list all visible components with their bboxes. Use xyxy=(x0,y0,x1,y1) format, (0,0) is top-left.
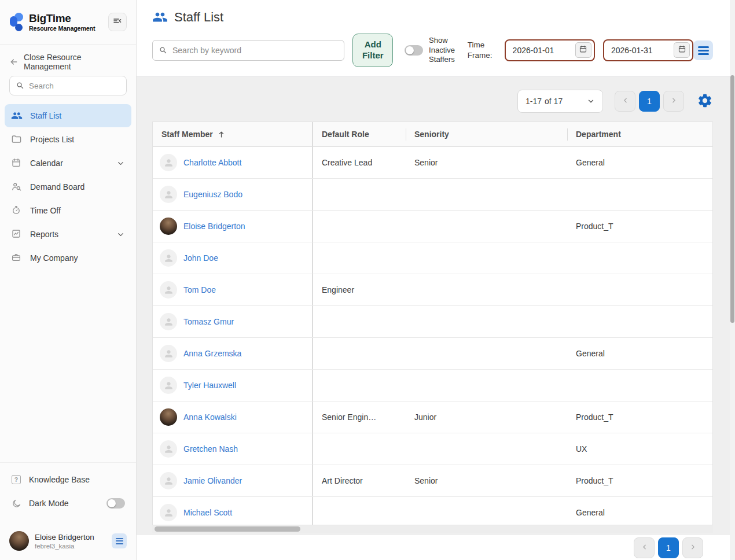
staff-name-link[interactable]: John Doe xyxy=(183,253,218,263)
vertical-scrollbar[interactable] xyxy=(730,0,735,560)
sidebar-search-input[interactable] xyxy=(9,76,127,95)
user-handle: febrel3_kasia xyxy=(35,543,94,550)
table-row: Tom DoeEngineer xyxy=(153,274,712,306)
show-inactive-toggle[interactable] xyxy=(405,45,423,56)
page-1-button-bottom[interactable]: 1 xyxy=(658,537,679,558)
horizontal-scrollbar[interactable] xyxy=(152,525,713,533)
staff-default-avatar xyxy=(160,504,177,521)
table-row: Eugeniusz Bodo xyxy=(153,179,712,211)
brand: BigTime Resource Management xyxy=(9,12,95,32)
staff-name-link[interactable]: Anna Kowalski xyxy=(183,412,237,422)
staff-name-link[interactable]: Michael Scott xyxy=(183,508,232,517)
keyword-search xyxy=(152,40,344,61)
chevron-down-icon[interactable] xyxy=(116,230,125,239)
date-to-input[interactable] xyxy=(604,40,669,60)
chevron-left-icon xyxy=(622,97,629,106)
page-1-button[interactable]: 1 xyxy=(639,91,660,112)
staff-photo-avatar xyxy=(160,218,177,235)
staff-member-cell: Charlotte Abbott xyxy=(153,147,313,178)
vertical-scrollbar-thumb[interactable] xyxy=(730,75,734,323)
staff-name-link[interactable]: Tyler Hauxwell xyxy=(183,381,236,390)
sidebar-item-staff-list[interactable]: Staff List xyxy=(5,104,131,127)
staff-member-cell: Jamie Olivander xyxy=(153,465,313,496)
staff-name-link[interactable]: Eugeniusz Bodo xyxy=(183,190,242,199)
staff-photo-avatar xyxy=(160,408,177,426)
table-settings-button[interactable] xyxy=(697,93,713,110)
gear-icon xyxy=(697,93,713,110)
add-filter-button[interactable]: Add Filter xyxy=(352,34,393,67)
pagination-bar: 1-17 of 17 1 xyxy=(152,90,713,113)
sidebar-item-calendar[interactable]: Calendar xyxy=(5,152,131,175)
table-header-row: Staff MemberDefault RoleSeniorityDepartm… xyxy=(153,122,712,147)
main-area: Staff List Add Filter Show Inactive Staf… xyxy=(137,0,735,560)
user-name: Eloise Bridgerton xyxy=(35,533,94,541)
prev-page-button-bottom[interactable] xyxy=(634,537,655,558)
date-from-input[interactable] xyxy=(506,40,571,60)
keyword-search-input[interactable] xyxy=(152,40,344,61)
column-header-seniority[interactable]: Seniority xyxy=(406,122,567,146)
search-icon xyxy=(16,81,24,90)
table-row: John Doe xyxy=(153,242,712,274)
staff-name-link[interactable]: Tom Doe xyxy=(183,285,216,294)
next-page-button-bottom[interactable] xyxy=(682,537,703,558)
staff-name-link[interactable]: Tomasz Gmur xyxy=(183,317,234,326)
staff-icon xyxy=(152,9,168,25)
sidebar-item-time-off[interactable]: Time Off xyxy=(5,199,131,222)
sidebar-item-my-company[interactable]: My Company xyxy=(5,246,131,270)
staff-name-link[interactable]: Charlotte Abbott xyxy=(183,158,241,167)
calendar-icon xyxy=(678,45,686,56)
sort-ascending-icon xyxy=(217,130,226,139)
staff-default-avatar xyxy=(160,345,177,362)
next-page-button[interactable] xyxy=(663,91,684,112)
default-role-cell: Senior Engin… xyxy=(313,412,406,422)
sidebar-item-projects-list[interactable]: Projects List xyxy=(5,128,131,151)
time-frame-label: Time Frame: xyxy=(468,40,497,61)
default-role-cell: Art Director xyxy=(313,476,406,485)
sidebar-item-reports[interactable]: Reports xyxy=(5,223,131,246)
staff-member-cell: Anna Kowalski xyxy=(153,401,313,433)
staff-default-avatar xyxy=(160,377,177,394)
close-resource-management-link[interactable]: Close Resource Management xyxy=(9,53,127,71)
sidebar: BigTime Resource Management Close Resour… xyxy=(0,0,137,560)
folder-icon xyxy=(11,134,23,145)
dark-mode-toggle[interactable] xyxy=(106,498,125,509)
column-header-default-role[interactable]: Default Role xyxy=(313,122,406,146)
date-to-field xyxy=(603,39,693,61)
person-search-icon xyxy=(11,181,23,193)
staff-default-avatar xyxy=(160,249,177,267)
chevron-right-icon xyxy=(689,543,697,552)
date-from-field xyxy=(505,39,595,61)
chevron-down-icon[interactable] xyxy=(116,159,125,168)
column-header-staff-member[interactable]: Staff Member xyxy=(153,122,313,146)
search-icon xyxy=(159,46,167,54)
staff-member-cell: Tyler Hauxwell xyxy=(153,370,313,401)
chevron-down-icon xyxy=(587,97,595,105)
sidebar-item-demand-board[interactable]: Demand Board xyxy=(5,175,131,198)
sidebar-collapse-button[interactable] xyxy=(108,13,127,31)
dark-mode-item: Dark Mode xyxy=(5,492,131,515)
staff-name-link[interactable]: Gretchen Nash xyxy=(183,444,238,454)
table-row: Tyler Hauxwell xyxy=(153,370,712,401)
staff-member-cell: John Doe xyxy=(153,242,313,274)
calendar-button[interactable] xyxy=(575,42,591,58)
staff-default-avatar xyxy=(160,440,177,458)
bottom-pagination-bar: 1 xyxy=(137,535,735,560)
staff-name-link[interactable]: Jamie Olivander xyxy=(183,476,242,485)
calendar-button[interactable] xyxy=(674,42,690,58)
staff-name-link[interactable]: Anna Grzemska xyxy=(183,349,241,358)
staff-member-cell: Tomasz Gmur xyxy=(153,306,313,337)
table-row: Anna GrzemskaGeneral xyxy=(153,338,712,370)
department-cell: UX xyxy=(567,444,711,454)
view-menu-button[interactable] xyxy=(693,40,713,60)
page-range-select[interactable]: 1-17 of 17 xyxy=(517,90,603,113)
chevron-left-icon xyxy=(641,543,648,552)
user-menu-button[interactable] xyxy=(112,533,127,548)
prev-page-button[interactable] xyxy=(615,91,635,112)
default-role-cell: Creative Lead xyxy=(313,158,406,167)
knowledge-base-item[interactable]: ? Knowledge Base xyxy=(5,468,131,491)
table-row: Anna KowalskiSenior Engin…JuniorProduct_… xyxy=(153,401,712,433)
staff-name-link[interactable]: Eloise Bridgerton xyxy=(183,222,245,231)
column-header-department[interactable]: Department xyxy=(567,122,711,146)
horizontal-scrollbar-thumb[interactable] xyxy=(155,526,300,532)
staff-default-avatar xyxy=(160,154,177,171)
